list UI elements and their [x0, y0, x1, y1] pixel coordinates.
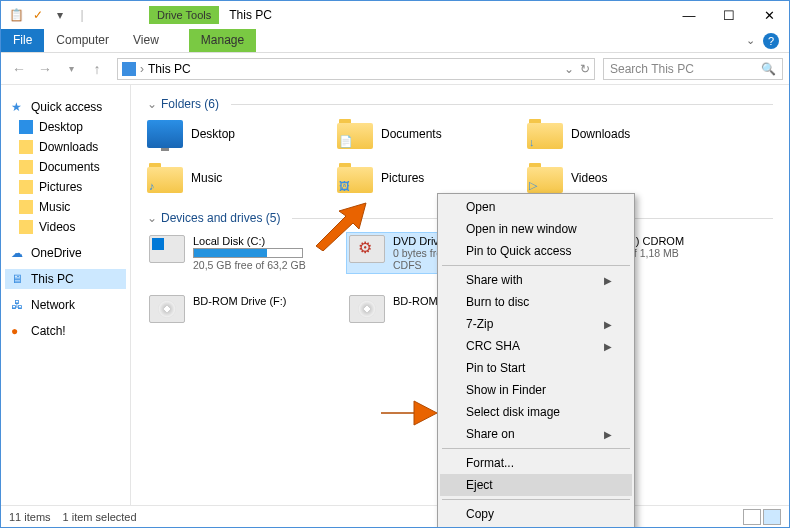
up-button[interactable]: ↑	[85, 57, 109, 81]
folder-downloads[interactable]: ↓Downloads	[527, 119, 717, 149]
ribbon: File Computer View Manage ⌄ ?	[1, 29, 789, 53]
submenu-arrow-icon: ▶	[604, 275, 612, 286]
folder-icon: ♪	[147, 163, 183, 193]
desktop-icon	[147, 120, 183, 148]
menu-item[interactable]: Format...	[440, 452, 632, 474]
menu-item-label: Copy	[466, 507, 494, 521]
tab-file[interactable]: File	[1, 29, 44, 52]
forward-button[interactable]: →	[33, 57, 57, 81]
menu-item[interactable]: Pin to Quick access	[440, 240, 632, 262]
view-details-button[interactable]	[743, 509, 761, 525]
refresh-icon[interactable]: ↻	[580, 62, 590, 76]
drive-icon	[149, 295, 185, 323]
folder-icon	[19, 180, 33, 194]
drive-sub: 20,5 GB free of 63,2 GB	[193, 259, 306, 271]
tab-computer[interactable]: Computer	[44, 29, 121, 52]
group-label: Folders (6)	[161, 97, 219, 111]
sidebar-item-downloads[interactable]: Downloads	[5, 137, 126, 157]
sidebar-item-videos[interactable]: Videos	[5, 217, 126, 237]
menu-item[interactable]: Open	[440, 196, 632, 218]
back-button[interactable]: ←	[7, 57, 31, 81]
folder-documents[interactable]: 📄Documents	[337, 119, 527, 149]
sidebar-item-desktop[interactable]: Desktop	[5, 117, 126, 137]
view-tiles-button[interactable]	[763, 509, 781, 525]
drive-icon	[349, 295, 385, 323]
minimize-button[interactable]: —	[669, 1, 709, 29]
menu-item[interactable]: Show in Finder	[440, 379, 632, 401]
menu-item[interactable]: Share with▶	[440, 269, 632, 291]
folder-music[interactable]: ♪Music	[147, 163, 337, 193]
titlebar: 📋 ✓ ▾ | Drive Tools This PC — ☐ ✕	[1, 1, 789, 29]
folder-icon	[19, 160, 33, 174]
qat-sep: |	[73, 6, 91, 24]
menu-separator	[442, 499, 630, 500]
folder-label: Pictures	[381, 171, 424, 185]
menu-separator	[442, 448, 630, 449]
sidebar-catch[interactable]: ●Catch!	[5, 321, 126, 341]
folder-pictures[interactable]: 🖼Pictures	[337, 163, 527, 193]
menu-item-label: Pin to Quick access	[466, 244, 571, 258]
status-selected: 1 item selected	[63, 511, 137, 523]
menu-item[interactable]: Burn to disc	[440, 291, 632, 313]
network-icon: 🖧	[11, 298, 25, 312]
search-input[interactable]: Search This PC 🔍	[603, 58, 783, 80]
sidebar-label: Catch!	[31, 324, 66, 338]
sidebar-label: Pictures	[39, 180, 82, 194]
maximize-button[interactable]: ☐	[709, 1, 749, 29]
group-folders-header[interactable]: ⌄Folders (6)	[147, 97, 773, 111]
folder-label: Downloads	[571, 127, 630, 141]
recent-dropdown[interactable]: ▾	[59, 57, 83, 81]
menu-item-label: Share on	[466, 427, 515, 441]
sidebar-item-pictures[interactable]: Pictures	[5, 177, 126, 197]
search-placeholder: Search This PC	[610, 62, 694, 76]
menu-item-label: 7-Zip	[466, 317, 493, 331]
menu-item-label: CRC SHA	[466, 339, 520, 353]
menu-item[interactable]: Copy	[440, 503, 632, 525]
menu-item[interactable]: Eject	[440, 474, 632, 496]
sidebar-onedrive[interactable]: ☁OneDrive	[5, 243, 126, 263]
sidebar-label: This PC	[31, 272, 74, 286]
folder-desktop[interactable]: Desktop	[147, 119, 337, 149]
sidebar-network[interactable]: 🖧Network	[5, 295, 126, 315]
folder-icon: ↓	[527, 119, 563, 149]
menu-item[interactable]: Pin to Start	[440, 357, 632, 379]
drive-tools-tab[interactable]: Drive Tools	[149, 6, 219, 24]
close-button[interactable]: ✕	[749, 1, 789, 29]
folder-icon: 🖼	[337, 163, 373, 193]
menu-item-label: Open in new window	[466, 222, 577, 236]
drive-bdrom-f[interactable]: BD-ROM Drive (F:)	[147, 293, 347, 325]
new-folder-icon[interactable]: ✓	[29, 6, 47, 24]
sidebar-item-documents[interactable]: Documents	[5, 157, 126, 177]
folder-icon	[19, 140, 33, 154]
sidebar-item-music[interactable]: Music	[5, 197, 126, 217]
address-dropdown-icon[interactable]: ⌄	[564, 62, 574, 76]
tab-manage[interactable]: Manage	[189, 29, 256, 52]
properties-icon[interactable]: 📋	[7, 6, 25, 24]
menu-item[interactable]: CRC SHA▶	[440, 335, 632, 357]
menu-item-label: Eject	[466, 478, 493, 492]
folder-videos[interactable]: ▷Videos	[527, 163, 717, 193]
breadcrumb-text[interactable]: This PC	[148, 62, 191, 76]
menu-item[interactable]: Select disk image	[440, 401, 632, 423]
help-icon[interactable]: ?	[763, 33, 779, 49]
sidebar-label: Music	[39, 200, 70, 214]
star-icon: ★	[11, 100, 25, 114]
qat-dropdown-icon[interactable]: ▾	[51, 6, 69, 24]
menu-item[interactable]: Share on▶	[440, 423, 632, 445]
sidebar-label: Desktop	[39, 120, 83, 134]
drive-local-c[interactable]: Local Disk (C:) 20,5 GB free of 63,2 GB	[147, 233, 347, 273]
submenu-arrow-icon: ▶	[604, 341, 612, 352]
sidebar-quick-access[interactable]: ★Quick access	[5, 97, 126, 117]
menu-item-label: Show in Finder	[466, 383, 546, 397]
desktop-icon	[19, 120, 33, 134]
ribbon-expand-icon[interactable]: ⌄	[746, 34, 755, 47]
menu-item[interactable]: 7-Zip▶	[440, 313, 632, 335]
address-bar[interactable]: › This PC ⌄ ↻	[117, 58, 595, 80]
sidebar-thispc[interactable]: 🖥This PC	[5, 269, 126, 289]
menu-item[interactable]: Open in new window	[440, 218, 632, 240]
tab-view[interactable]: View	[121, 29, 171, 52]
sidebar-label: Network	[31, 298, 75, 312]
search-icon: 🔍	[761, 62, 776, 76]
folder-icon	[19, 220, 33, 234]
menu-item-label: Select disk image	[466, 405, 560, 419]
